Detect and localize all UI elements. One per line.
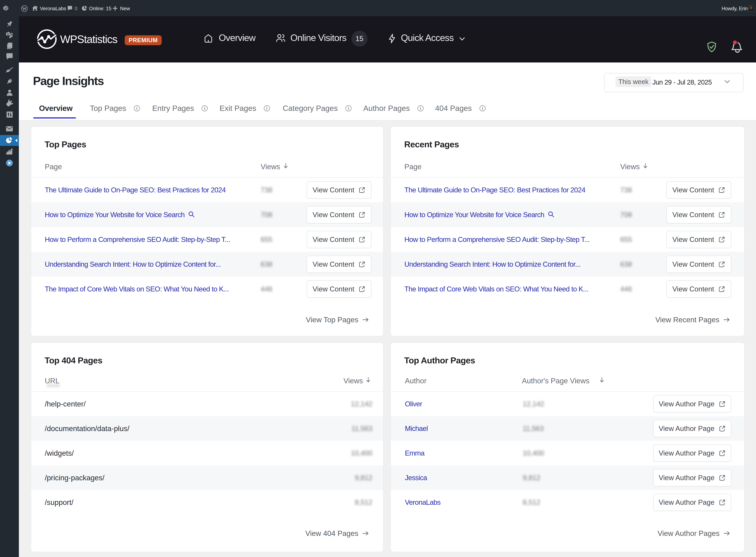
svg-text:W: W — [22, 6, 27, 11]
